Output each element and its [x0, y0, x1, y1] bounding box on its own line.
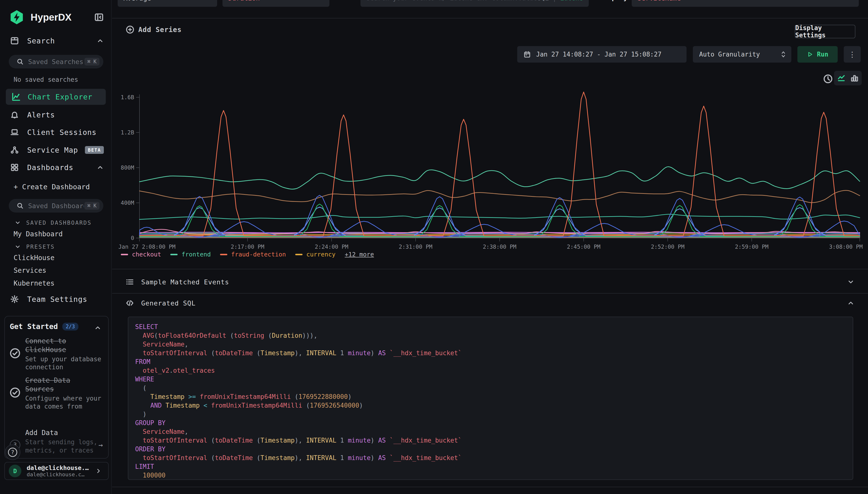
x-axis-tick-label: 2:17:00 PM	[231, 244, 264, 250]
field-input[interactable]: Duration	[223, 0, 329, 7]
chart-series-frontend	[139, 167, 860, 189]
granularity-value: Auto Granularity	[699, 51, 760, 58]
presets-section[interactable]: PRESETS	[0, 242, 112, 252]
calendar-icon	[523, 51, 531, 58]
display-settings-button[interactable]: Display Settings	[795, 25, 855, 38]
shortcut-badge: ⌘ K	[84, 58, 99, 65]
y-axis-tick-label: 400M	[121, 200, 134, 206]
legend-swatch	[220, 254, 227, 255]
saved-dashboards-field[interactable]	[28, 202, 84, 210]
date-range-picker[interactable]: Jan 27 14:08:27 - Jan 27 15:08:27	[517, 46, 687, 63]
step-desc: Set up your database connection	[25, 355, 103, 372]
sample-matched-events-header[interactable]: Sample Matched Events	[126, 275, 854, 289]
sidebar-item-my-dashboard[interactable]: My Dashboard	[0, 229, 112, 239]
create-dashboard-button[interactable]: + Create Dashboard	[0, 182, 112, 192]
chart-series-unnamed	[139, 207, 860, 236]
saved-searches-field[interactable]	[28, 58, 84, 65]
sidebar-item-team-settings[interactable]: Team Settings	[0, 294, 112, 304]
mode-sql[interactable]: SQL	[537, 0, 549, 2]
group-by-input[interactable]: ServiceName	[632, 0, 859, 7]
aggregation-select[interactable]: Average	[118, 0, 217, 7]
search-icon	[17, 58, 24, 65]
get-started-header[interactable]: Get Started 2/3	[10, 322, 78, 331]
add-series-button[interactable]: Add Series	[126, 25, 182, 34]
chevron-down-icon[interactable]	[847, 278, 854, 286]
generated-sql-code[interactable]: SELECT AVG(toFloat64OrDefault (toString …	[128, 317, 853, 480]
get-started-title: Get Started	[10, 322, 58, 331]
code-icon	[126, 299, 134, 307]
legend-item-checkout[interactable]: checkout	[121, 251, 161, 258]
sql-line: SELECT	[135, 322, 846, 331]
sql-line: Timestamp >= fromUnixTimestamp64Milli (1…	[135, 392, 846, 401]
get-started-step-2[interactable]: Create Data Sources Configure where your…	[10, 376, 105, 411]
chevron-up-icon[interactable]	[97, 164, 104, 171]
run-button[interactable]: Run	[797, 46, 838, 63]
lucene-search-input[interactable]: Search your events w/ Lucene ex: column:…	[361, 0, 589, 7]
sidebar-item-alerts[interactable]: Alerts	[0, 110, 112, 120]
brand-row: HyperDX	[0, 9, 112, 26]
x-axis-tick-label: 2:45:00 PM	[567, 244, 600, 250]
granularity-select[interactable]: Auto Granularity	[693, 46, 791, 63]
step-title: Create Data Sources	[25, 376, 103, 394]
mode-lucene[interactable]: Lucene	[560, 0, 583, 2]
sql-line: toStartOfInterval (toDateTime (Timestamp…	[135, 436, 846, 445]
bar-chart-toggle-icon[interactable]	[850, 74, 859, 82]
user-profile[interactable]: D dale@clickhouse.… dale@clickhouse.c…	[4, 462, 109, 480]
sql-line: ServiceName,	[135, 427, 846, 436]
aggregation-value: Average	[123, 0, 151, 2]
legend-label: fraud-detection	[231, 251, 286, 258]
chevron-up-icon[interactable]	[94, 324, 101, 331]
generated-sql-header[interactable]: Generated SQL	[126, 297, 854, 310]
gear-icon	[10, 295, 19, 304]
legend-item-currency[interactable]: currency	[295, 251, 335, 258]
legend-label: currency	[306, 251, 335, 258]
divider	[112, 487, 868, 487]
sidebar-item-label: Dashboards	[27, 163, 74, 172]
bell-icon	[10, 110, 19, 119]
get-started-step-1[interactable]: Connect to ClickHouse Set up your databa…	[10, 337, 105, 371]
get-started-progress-badge: 2/3	[62, 323, 78, 330]
user-email: dale@clickhouse.c…	[27, 471, 89, 477]
timeseries-chart[interactable]: 0400M800M1.2B1.6BJan 27 2:08:00 PM2:17:0…	[112, 87, 868, 252]
saved-searches-input[interactable]: ⌘ K	[9, 55, 103, 69]
y-axis-tick-label: 1.2B	[121, 129, 134, 136]
chevron-up-icon[interactable]	[97, 37, 104, 44]
time-window-icon[interactable]	[823, 74, 833, 84]
x-axis-tick-label: 2:59:00 PM	[735, 244, 768, 250]
sidebar-item-client-sessions[interactable]: Client Sessions	[0, 127, 112, 137]
beta-badge: BETA	[85, 146, 104, 154]
sql-line: ServiceName,	[135, 340, 846, 349]
sidebar-item-search[interactable]: Search	[0, 35, 112, 46]
sidebar-item-service-map[interactable]: Service Map BETA	[0, 145, 112, 155]
sidebar-item-chart-explorer[interactable]: Chart Explorer	[6, 89, 106, 105]
legend-item-frontend[interactable]: frontend	[170, 251, 211, 258]
chevron-up-icon[interactable]	[847, 299, 854, 307]
legend-item-fraud-detection[interactable]: fraud-detection	[220, 251, 286, 258]
get-started-step-3[interactable]: 3 Add Data Start sending logs, metrics, …	[10, 429, 105, 454]
sidebar-item-label: Client Sessions	[27, 128, 97, 137]
help-button[interactable]: ?	[5, 444, 20, 460]
sidebar-item-kubernetes[interactable]: Kubernetes	[0, 278, 112, 288]
divider	[112, 293, 868, 293]
sql-line: AND Timestamp < fromUnixTimestamp64Milli…	[135, 401, 846, 410]
saved-dashboards-input[interactable]: ⌘ K	[9, 199, 103, 212]
chevron-down-icon	[206, 0, 212, 1]
chart-menu-button[interactable]: ⋮	[844, 46, 861, 63]
legend-more-link[interactable]: +12 more	[345, 251, 374, 258]
date-range-value: Jan 27 14:08:27 - Jan 27 15:08:27	[536, 51, 661, 58]
check-circle-icon	[10, 348, 20, 359]
y-axis-tick-label: 0	[131, 235, 134, 241]
saved-dashboards-section[interactable]: SAVED DASHBOARDS	[0, 218, 112, 228]
sidebar-item-dashboards[interactable]: Dashboards	[0, 162, 112, 173]
sidebar-item-services[interactable]: Services	[0, 265, 112, 275]
brand-title: HyperDX	[31, 12, 72, 23]
divider	[112, 18, 868, 18]
search-section-icon	[10, 36, 19, 45]
sidebar-item-clickhouse[interactable]: ClickHouse	[0, 253, 112, 263]
line-chart-toggle-icon[interactable]	[837, 74, 846, 82]
search-icon	[17, 202, 24, 209]
sql-line: WHERE	[135, 375, 846, 384]
divider	[112, 269, 868, 269]
collapse-sidebar-icon[interactable]	[94, 12, 104, 22]
run-label: Run	[817, 51, 828, 58]
